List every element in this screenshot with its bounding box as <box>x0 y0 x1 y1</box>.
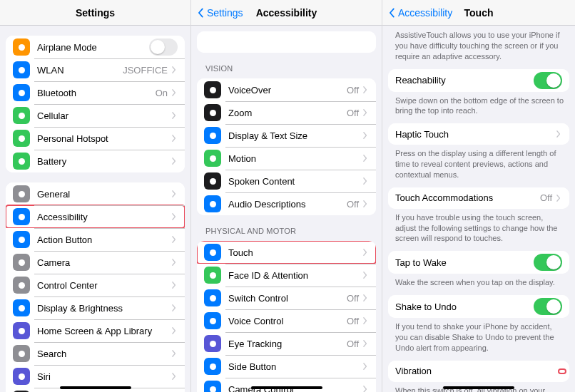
back-button[interactable]: Settings <box>195 7 243 19</box>
row-spoken[interactable]: Spoken Content <box>197 170 376 192</box>
svg-point-24 <box>210 295 216 301</box>
row-eye-tracking[interactable]: Eye TrackingOff <box>197 332 376 355</box>
row-zoom[interactable]: ZoomOff <box>197 101 376 124</box>
row-voiceover[interactable]: VoiceOverOff <box>197 78 376 101</box>
row-bluetooth[interactable]: BluetoothOn <box>6 81 185 104</box>
row-camera[interactable]: Camera <box>6 251 185 274</box>
chevron-right-icon <box>171 190 178 197</box>
chevron-left-icon <box>195 8 205 18</box>
hidden-top-row <box>197 31 376 53</box>
tap-wake-toggle[interactable] <box>534 254 562 271</box>
row-value: Off <box>347 316 359 326</box>
accessibility-scroll[interactable]: VISION VoiceOverOffZoomOffDisplay & Text… <box>191 26 382 392</box>
faceid-icon <box>204 267 221 284</box>
camera-icon <box>13 254 30 271</box>
chevron-right-icon <box>171 135 178 142</box>
row-hotspot[interactable]: Personal Hotspot <box>6 127 185 150</box>
svg-point-26 <box>210 341 216 347</box>
row-audio-desc[interactable]: Audio DescriptionsOff <box>197 192 376 215</box>
bluetooth-icon <box>13 84 30 101</box>
row-value: On <box>156 88 168 98</box>
eye-tracking-icon <box>204 335 221 352</box>
row-label: Battery <box>37 156 171 167</box>
row-label: Reachability <box>395 75 534 86</box>
row-home-screen[interactable]: Home Screen & App Library <box>6 319 185 342</box>
row-motion[interactable]: Motion <box>197 147 376 170</box>
svg-point-14 <box>19 373 25 380</box>
row-wlan[interactable]: WLANJSOFFICE <box>6 58 185 81</box>
home-indicator[interactable] <box>60 386 131 389</box>
row-label: Vibration <box>395 366 562 376</box>
row-label: Action Button <box>37 234 171 245</box>
shake-undo-toggle[interactable] <box>534 298 562 315</box>
row-touch-accom[interactable]: Touch AccommodationsOff <box>388 187 569 209</box>
motion-icon <box>204 150 221 167</box>
row-general[interactable]: General <box>6 182 185 205</box>
row-control-center[interactable]: Control Center <box>6 274 185 296</box>
row-label: Spoken Content <box>228 176 362 187</box>
svg-point-8 <box>19 237 25 243</box>
row-accessibility[interactable]: Accessibility <box>6 205 185 228</box>
reachability-toggle[interactable] <box>534 72 562 89</box>
row-side-button[interactable]: Side Button <box>197 355 376 378</box>
row-label: Side Button <box>228 361 362 372</box>
row-display[interactable]: Display & Brightness <box>6 296 185 319</box>
row-haptic-touch[interactable]: Haptic Touch <box>388 123 569 145</box>
row-search[interactable]: Search <box>6 342 185 365</box>
svg-point-16 <box>210 87 216 93</box>
row-vibration[interactable]: Vibration <box>388 361 569 382</box>
cellular-icon <box>13 107 30 124</box>
svg-point-27 <box>210 363 216 370</box>
row-camera-control[interactable]: Camera Control <box>197 378 376 392</box>
svg-point-7 <box>19 214 25 220</box>
chevron-right-icon <box>171 158 178 165</box>
row-faceid[interactable]: Face ID & Attention <box>197 264 376 287</box>
row-siri[interactable]: Siri <box>6 365 185 388</box>
row-label: Touch Accommodations <box>395 192 540 203</box>
row-shake-undo[interactable]: Shake to Undo <box>388 295 569 318</box>
touch-scroll[interactable]: AssistiveTouch allows you to use your iP… <box>382 26 575 392</box>
home-indicator[interactable] <box>443 386 514 389</box>
airplane-toggle[interactable] <box>149 38 178 56</box>
navbar: Settings Accessibility <box>191 0 382 26</box>
switch-control-icon <box>204 289 221 306</box>
row-cellular[interactable]: Cellular <box>6 104 185 127</box>
svg-point-20 <box>210 178 216 185</box>
section-footer: Wake the screen when you tap on the disp… <box>395 277 565 288</box>
row-label: Accessibility <box>37 212 171 222</box>
row-tap-wake[interactable]: Tap to Wake <box>388 251 569 274</box>
page-title: Settings <box>76 7 115 19</box>
chevron-right-icon <box>171 112 178 119</box>
section-footer: Press on the display using a different l… <box>395 148 565 180</box>
svg-point-18 <box>210 133 216 139</box>
row-label: Search <box>37 349 171 359</box>
back-button[interactable]: Accessibility <box>387 7 452 19</box>
row-display-text[interactable]: Display & Text Size <box>197 124 376 147</box>
row-label: General <box>37 189 171 200</box>
svg-point-3 <box>19 113 25 119</box>
row-label: Control Center <box>37 280 171 291</box>
row-reachability[interactable]: Reachability <box>388 69 569 92</box>
chevron-right-icon <box>362 109 369 116</box>
chevron-right-icon <box>362 386 369 392</box>
chevron-right-icon <box>362 272 369 279</box>
svg-point-13 <box>19 351 25 357</box>
navbar: Accessibility Touch <box>382 0 575 26</box>
chevron-right-icon <box>555 195 562 202</box>
settings-scroll[interactable]: Airplane ModeWLANJSOFFICEBluetoothOnCell… <box>0 26 190 392</box>
chevron-right-icon <box>362 317 369 324</box>
section-footer: If you have trouble using the touch scre… <box>395 212 565 244</box>
row-battery[interactable]: Battery <box>6 150 185 172</box>
row-action-button[interactable]: Action Button <box>6 228 185 251</box>
row-airplane[interactable]: Airplane Mode <box>6 36 185 58</box>
row-label: Personal Hotspot <box>37 133 171 144</box>
row-switch-control[interactable]: Switch ControlOff <box>197 287 376 309</box>
svg-point-10 <box>19 282 25 289</box>
row-label: VoiceOver <box>228 85 347 96</box>
row-label: Cellular <box>37 110 171 121</box>
row-voice-control[interactable]: Voice ControlOff <box>197 309 376 332</box>
chevron-right-icon <box>362 363 369 370</box>
control-center-icon <box>13 277 30 294</box>
row-touch[interactable]: Touch <box>197 241 376 264</box>
home-indicator[interactable] <box>251 386 322 389</box>
